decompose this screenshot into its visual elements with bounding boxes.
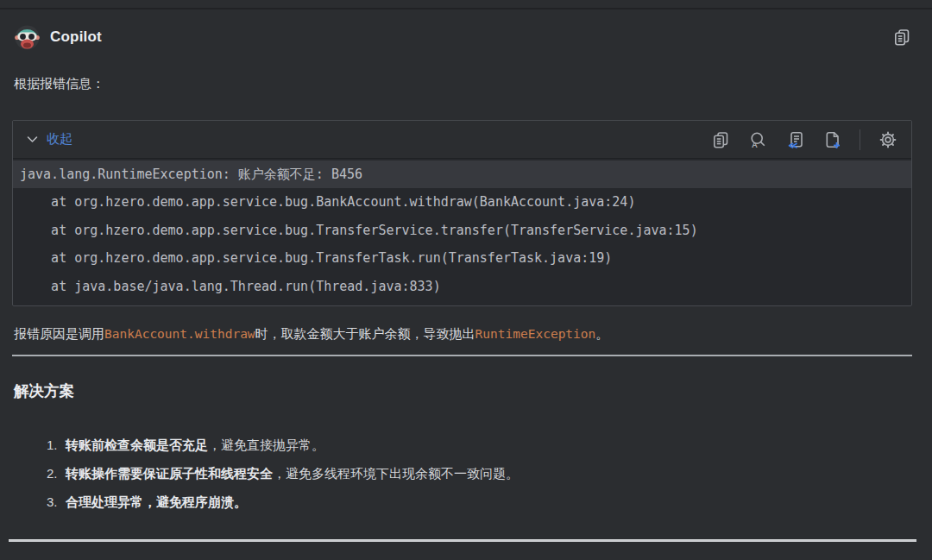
svg-text:A: A <box>752 139 758 148</box>
error-explanation: 报错原因是调用BankAccount.withdraw时，取款金额大于账户余额，… <box>14 324 608 343</box>
stack-trace-panel-header: 收起 A <box>13 121 911 159</box>
copy-response-button[interactable] <box>891 26 913 48</box>
list-text: 合理处理异常，避免程序崩溃。 <box>66 493 247 512</box>
code-toolbar: A <box>709 129 899 151</box>
copy-code-button[interactable] <box>709 129 732 151</box>
list-item: 2. 转账操作需要保证原子性和线程安全，避免多线程环境下出现余额不一致问题。 <box>47 464 906 483</box>
find-icon[interactable]: A <box>746 129 769 151</box>
collapse-label: 收起 <box>47 131 72 148</box>
settings-gear-icon[interactable] <box>877 129 899 151</box>
stack-trace-code: java.lang.RuntimeException: 账户余额不足: B456… <box>13 159 911 305</box>
copilot-chat-response: Copilot 根据报错信息： 收起 <box>0 0 932 560</box>
chevron-down-icon <box>27 135 38 143</box>
list-item: 1. 转账前检查余额是否充足，避免直接抛异常。 <box>47 436 906 455</box>
explanation-text: 。 <box>595 326 608 341</box>
chat-header: Copilot <box>14 23 913 51</box>
copilot-avatar-icon <box>14 24 41 51</box>
solution-list: 1. 转账前检查余额是否充足，避免直接抛异常。 2. 转账操作需要保证原子性和线… <box>47 436 906 521</box>
stack-trace-panel: 收起 A <box>12 120 912 306</box>
explanation-text: 时，取款金额大于账户余额，导致抛出 <box>255 326 475 341</box>
list-marker: 2. <box>47 464 66 483</box>
inline-code-exception: RuntimeException <box>475 327 596 341</box>
intro-text: 根据报错信息： <box>14 76 104 92</box>
new-file-button[interactable] <box>821 129 843 151</box>
assistant-name: Copilot <box>50 28 102 46</box>
list-text: 转账操作需要保证原子性和线程安全，避免多线程环境下出现余额不一致问题。 <box>66 464 519 483</box>
solution-heading: 解决方案 <box>14 381 74 401</box>
stack-trace-line: at org.hzero.demo.app.service.bug.Transf… <box>13 217 911 244</box>
list-marker: 3. <box>47 493 66 512</box>
list-marker: 1. <box>47 436 66 455</box>
insert-to-editor-button[interactable] <box>784 129 806 151</box>
list-text: 转账前检查余额是否充足，避免直接抛异常。 <box>66 436 324 455</box>
explanation-text: 报错原因是调用 <box>14 326 104 341</box>
stack-trace-line: at java.base/java.lang.Thread.run(Thread… <box>13 273 911 300</box>
top-divider <box>0 8 932 9</box>
list-item: 3. 合理处理异常，避免程序崩溃。 <box>47 493 906 512</box>
toolbar-divider <box>860 129 860 150</box>
inline-code-method: BankAccount.withdraw <box>104 327 255 341</box>
bottom-divider <box>9 539 916 542</box>
stack-trace-line: at org.hzero.demo.app.service.bug.Transf… <box>13 244 911 272</box>
stack-trace-line: java.lang.RuntimeException: 账户余额不足: B456 <box>13 160 911 188</box>
section-divider <box>12 355 912 356</box>
collapse-toggle[interactable]: 收起 <box>27 131 72 148</box>
stack-trace-line: at org.hzero.demo.app.service.bug.BankAc… <box>13 188 911 216</box>
